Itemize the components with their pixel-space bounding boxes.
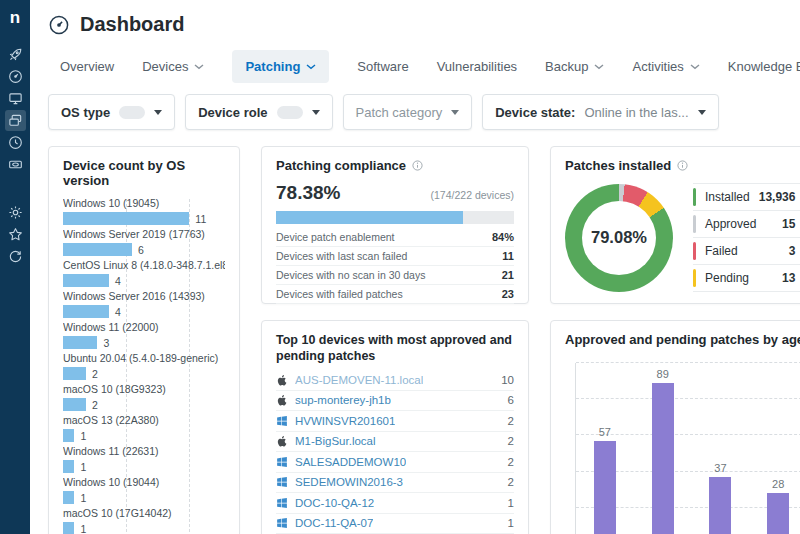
device-link[interactable]: DOC-10-QA-12: [295, 497, 374, 509]
os-bar[interactable]: [63, 367, 86, 380]
os-bar-label: Windows 11 (22631): [63, 445, 225, 458]
age-bar-value: 28: [772, 478, 784, 490]
compliance-devices: (174/222 devices): [431, 189, 514, 201]
filter-dropdown[interactable]: Patch category: [343, 94, 473, 130]
patches-by-age-title: Approved and pending patches by age: [565, 332, 800, 347]
age-bar[interactable]: [709, 477, 731, 534]
os-version-chart: Windows 10 (19045) 11 Windows Server 201…: [63, 197, 225, 534]
filter-bar: OS type Device role Patch category Dev: [48, 94, 790, 130]
legend-label: Pending: [705, 271, 749, 285]
legend-row[interactable]: Approved 15 ›: [693, 211, 800, 238]
info-icon[interactable]: [412, 160, 423, 171]
clock-icon[interactable]: [5, 132, 26, 153]
os-bar[interactable]: [63, 460, 74, 473]
device-value: 1: [508, 497, 514, 509]
device-link[interactable]: HVWINSVR201601: [295, 415, 395, 427]
tab-label: Overview: [60, 59, 114, 74]
device-link[interactable]: SEDEMOWIN2016-3: [295, 476, 403, 488]
patches-donut[interactable]: 79.08%: [565, 184, 673, 292]
compliance-stat-row[interactable]: Devices with no scan in 30 days 21: [276, 266, 514, 285]
top-devices-list: AUS-DEMOVEN-11.local 10 sup-monterey-jh1…: [276, 370, 514, 534]
legend-value: 3: [789, 244, 796, 258]
tab-label: Devices: [142, 59, 188, 74]
os-bar[interactable]: [63, 336, 97, 349]
legend-color-bar: [693, 242, 696, 260]
info-icon[interactable]: [677, 160, 688, 171]
age-bar[interactable]: [652, 383, 674, 534]
os-bar[interactable]: [63, 429, 74, 442]
gauge-icon[interactable]: [5, 66, 26, 87]
age-bar[interactable]: [767, 493, 789, 534]
rocket-icon[interactable]: [5, 44, 26, 65]
donut-center-label: 79.08%: [582, 201, 656, 275]
tab-label: Knowledge Base: [728, 59, 800, 74]
tab[interactable]: Devices: [142, 50, 204, 83]
os-bar[interactable]: [63, 212, 189, 225]
os-bar[interactable]: [63, 305, 109, 318]
os-bar-label: macOS 10 (18G9323): [63, 383, 225, 396]
os-bar[interactable]: [63, 522, 74, 534]
tab[interactable]: Knowledge Base: [728, 50, 800, 83]
toggle-pill[interactable]: [119, 106, 145, 119]
device-row: M1-BigSur.local 2: [276, 432, 514, 453]
os-bar[interactable]: [63, 491, 74, 504]
legend-row[interactable]: Pending 13 ›: [693, 265, 800, 292]
device-link[interactable]: sup-monterey-jh1b: [295, 394, 391, 406]
history-icon[interactable]: [5, 246, 26, 267]
compliance-stat-row[interactable]: Device patch enablement 84%: [276, 228, 514, 247]
multi-device-icon[interactable]: [5, 110, 26, 131]
os-bar[interactable]: [63, 398, 86, 411]
device-row: SEDEMOWIN2016-3 2: [276, 473, 514, 494]
device-link[interactable]: DOC-11-QA-07: [295, 517, 373, 529]
server-icon[interactable]: [5, 154, 26, 175]
device-link[interactable]: SALESADDEMOW10: [295, 456, 406, 468]
tab-label: Backup: [545, 59, 588, 74]
os-bar[interactable]: [63, 243, 132, 256]
age-bar-value: 37: [714, 462, 726, 474]
device-link[interactable]: AUS-DEMOVEN-11.local: [295, 374, 423, 386]
legend-row[interactable]: Failed 3 ›: [693, 238, 800, 265]
page-header: Dashboard: [48, 13, 790, 36]
compliance-stat-row[interactable]: Devices with failed patches 23: [276, 285, 514, 304]
compliance-progress-fill: [276, 211, 463, 224]
chevron-down-icon: [194, 64, 204, 70]
filter-dropdown[interactable]: Device role: [185, 94, 332, 130]
card-title-row: Device count by OS version: [63, 158, 225, 188]
legend-row[interactable]: Installed 13,936 ›: [693, 184, 800, 211]
age-bar[interactable]: [594, 441, 616, 534]
device-row: HVWINSVR201601 2: [276, 411, 514, 432]
os-bar[interactable]: [63, 274, 109, 287]
star-icon[interactable]: [5, 224, 26, 245]
windows-icon: [276, 476, 288, 488]
legend-value: 13,936: [759, 190, 796, 204]
compliance-stat-row[interactable]: Devices with last scan failed 11: [276, 247, 514, 266]
app-logo[interactable]: n: [10, 8, 20, 28]
compliance-percent: 78.38%: [276, 182, 340, 204]
os-version-title: Device count by OS version: [63, 158, 225, 188]
filter-dropdown[interactable]: OS type: [48, 94, 175, 130]
filter-dropdown[interactable]: Device state: Online in the las...: [482, 94, 718, 130]
tab[interactable]: Backup: [545, 50, 604, 83]
compliance-summary: 78.38% (174/222 devices): [276, 182, 514, 204]
tab[interactable]: Software: [357, 50, 408, 83]
tab-label: Software: [357, 59, 408, 74]
patches-legend: Installed 13,936 › Approved 15 ›: [693, 183, 800, 292]
stat-value: 11: [502, 250, 514, 262]
device-link[interactable]: M1-BigSur.local: [295, 435, 376, 447]
main-content: Dashboard Overview Devices Patching Soft…: [30, 0, 800, 534]
os-bar-row: Windows Server 2016 (14393) 4: [63, 290, 225, 318]
toggle-pill[interactable]: [277, 106, 303, 119]
monitor-icon[interactable]: [5, 88, 26, 109]
tab[interactable]: Patching: [232, 50, 329, 83]
patching-compliance-title: Patching compliance: [276, 158, 406, 173]
patching-compliance-card: Patching compliance 78.38% (174/222 devi…: [261, 146, 529, 304]
device-row: DOC-11-QA-07 1: [276, 514, 514, 534]
tab[interactable]: Overview: [60, 50, 114, 83]
device-row: SALESADDEMOW10 2: [276, 452, 514, 473]
tab[interactable]: Vulnerabilities: [437, 50, 517, 83]
device-value: 10: [501, 374, 514, 386]
gear-icon[interactable]: [5, 202, 26, 223]
tab[interactable]: Activities: [632, 50, 699, 83]
os-bar-line: 6: [63, 243, 225, 256]
card-title-row: Patching compliance: [276, 158, 514, 173]
